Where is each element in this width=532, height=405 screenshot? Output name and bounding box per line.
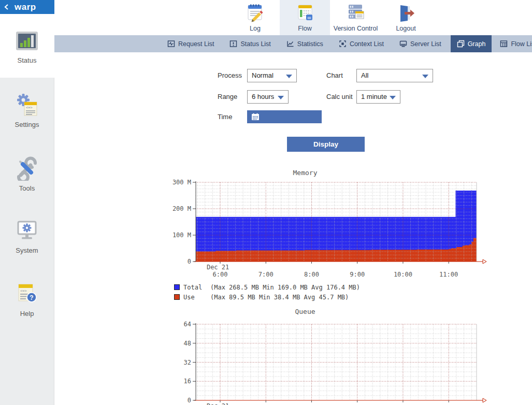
svg-text:?: ?: [30, 294, 33, 301]
subnav-item-statistics[interactable]: Statistics: [286, 35, 323, 52]
subnav-item-status-list[interactable]: Status List: [229, 35, 270, 52]
subnav-item-request-list[interactable]: Request List: [167, 35, 214, 52]
subnav-item-graph[interactable]: Graph: [451, 35, 492, 52]
legend-series-name: Use: [183, 294, 210, 301]
legend-series-name: Total: [183, 284, 210, 291]
legend-series-stats: (Max 268.5 MB Min 169.0 MB Avg 176.4 MB): [210, 284, 360, 291]
main-area: Log Flow Version Control: [54, 0, 532, 405]
tools-icon: [15, 156, 39, 181]
range-select-value: 6 hours: [252, 93, 274, 100]
topnav-item-version-control[interactable]: Version Control: [330, 0, 381, 35]
topnav-item-label: Logout: [381, 25, 431, 32]
content-area: Process Normal Chart All Range 6 hours C…: [54, 52, 532, 405]
svg-text:32: 32: [184, 359, 191, 366]
subnav-item-server-list[interactable]: Server List: [399, 35, 441, 52]
status-list-icon: [229, 40, 237, 48]
sidebar-item-system[interactable]: System: [0, 218, 54, 254]
version-control-icon: [345, 3, 367, 24]
logout-icon: [396, 3, 416, 24]
range-select[interactable]: 6 hours: [247, 90, 289, 104]
log-icon: [245, 3, 266, 24]
sidebar-item-label: Status: [0, 56, 54, 64]
subnav-item-label: Graph: [468, 40, 486, 48]
svg-text:Memory: Memory: [293, 169, 318, 177]
chevron-down-icon: [390, 96, 396, 99]
legend-row: Total(Max 268.5 MB Min 169.0 MB Avg 176.…: [174, 282, 360, 292]
statistics-icon: [286, 40, 294, 48]
svg-text:48: 48: [184, 340, 191, 347]
collapse-sidebar-icon[interactable]: [4, 4, 9, 10]
server-list-icon: [399, 40, 407, 48]
queue-chart: 0163248646:007:008:009:0010:0011:00Dec 2…: [174, 306, 506, 405]
topnav-item-label: Flow: [280, 25, 330, 32]
svg-text:7:00: 7:00: [258, 271, 274, 278]
topnav-item-flow[interactable]: Flow: [280, 0, 330, 35]
svg-text:9:00: 9:00: [350, 271, 365, 278]
range-label: Range: [218, 90, 237, 104]
subnav-item-label: Statistics: [297, 40, 323, 48]
chart-legend: Total(Max 268.5 MB Min 169.0 MB Avg 176.…: [174, 282, 360, 302]
calc-unit-label: Calc unit: [326, 90, 353, 104]
calendar-icon: [251, 113, 260, 121]
svg-text:200 M: 200 M: [172, 205, 191, 212]
display-button[interactable]: Display: [287, 137, 365, 152]
svg-text:8:00: 8:00: [304, 271, 319, 278]
sidebar-item-label: Help: [0, 310, 54, 317]
topnav-item-log[interactable]: Log: [230, 0, 280, 35]
topnav-item-label: Log: [230, 25, 280, 32]
topnav-item-logout[interactable]: Logout: [381, 0, 431, 35]
svg-text:Dec 21: Dec 21: [207, 402, 229, 405]
graph-icon: [457, 40, 465, 48]
chart-select-value: All: [361, 71, 368, 79]
sidebar-item-settings[interactable]: <=> Settings: [0, 92, 54, 128]
sidebar-item-label: System: [0, 247, 54, 254]
settings-icon: <=>: [15, 92, 39, 117]
process-select[interactable]: Normal: [247, 69, 297, 82]
svg-text:64: 64: [184, 321, 191, 328]
sidebar-item-status[interactable]: Status: [0, 29, 54, 64]
legend-swatch: [174, 294, 180, 300]
legend-row: Use(Max 89.5 MB Min 38.4 MB Avg 45.7 MB): [174, 292, 360, 302]
subnav-item-context-list[interactable]: Context List: [339, 35, 384, 52]
subnav-item-label: Context List: [350, 40, 384, 48]
chart-label: Chart: [326, 69, 343, 82]
process-select-value: Normal: [252, 71, 274, 79]
subnav-item-flow-list[interactable]: Flow List: [500, 35, 532, 52]
sidebar-item-tools[interactable]: Tools: [0, 156, 54, 192]
calc-unit-select[interactable]: 1 minute: [356, 90, 400, 104]
process-label: Process: [218, 69, 242, 82]
subnav-item-label: Server List: [410, 40, 441, 48]
svg-text:10:00: 10:00: [394, 271, 412, 278]
svg-text:100 M: 100 M: [172, 232, 191, 239]
subnav-bar: Request List Status List Statistics Cont…: [54, 35, 532, 52]
memory-chart: 0100 M200 M300 M6:007:008:009:0010:0011:…: [174, 167, 506, 306]
flow-icon: [295, 3, 315, 24]
svg-text:Dec 21: Dec 21: [207, 264, 229, 271]
svg-text:300 M: 300 M: [172, 179, 191, 186]
flow-list-icon: [500, 40, 508, 48]
svg-text:<=>: <=>: [26, 106, 33, 110]
subnav-item-label: Status List: [240, 40, 270, 48]
system-icon: [15, 218, 39, 243]
request-list-icon: [167, 40, 175, 48]
legend-swatch: [174, 284, 180, 290]
svg-text:0: 0: [188, 258, 191, 265]
svg-text:0: 0: [188, 397, 191, 404]
sidebar: warp Status <=>: [0, 0, 54, 405]
sidebar-header: warp: [0, 0, 54, 14]
chevron-down-icon: [278, 96, 284, 99]
subnav-item-label: Request List: [178, 40, 214, 48]
sidebar-item-help[interactable]: <=> ? Help: [0, 281, 54, 317]
status-icon: [14, 29, 40, 53]
svg-text:11:00: 11:00: [439, 271, 458, 278]
legend-series-stats: (Max 89.5 MB Min 38.4 MB Avg 45.7 MB): [210, 294, 349, 301]
context-list-icon: [339, 40, 347, 48]
chevron-down-icon: [286, 75, 292, 78]
chart-select[interactable]: All: [356, 69, 433, 82]
time-input[interactable]: [247, 110, 322, 123]
svg-text:6:00: 6:00: [213, 271, 228, 278]
topnav-item-label: Version Control: [330, 25, 381, 32]
help-icon: <=> ?: [15, 281, 39, 306]
time-label: Time: [218, 110, 232, 123]
svg-text:Queue: Queue: [295, 308, 315, 315]
